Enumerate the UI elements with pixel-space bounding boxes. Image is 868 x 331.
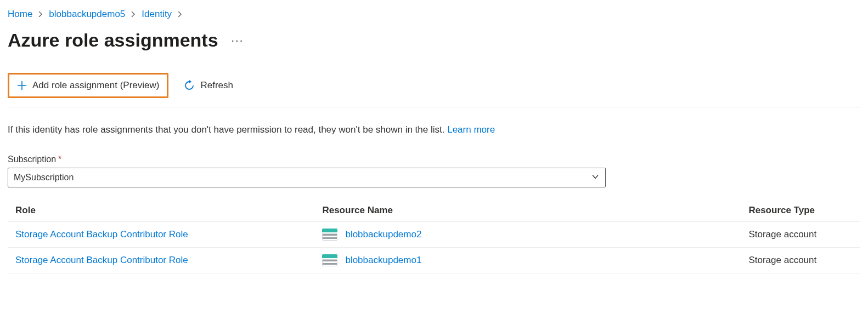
- resource-link[interactable]: blobbackupdemo2: [345, 229, 421, 240]
- toolbar: Add role assignment (Preview) Refresh: [8, 73, 860, 107]
- table-row: Storage Account Backup Contributor Role …: [8, 247, 860, 273]
- resource-type: Storage account: [741, 247, 860, 273]
- role-link[interactable]: Storage Account Backup Contributor Role: [15, 229, 188, 239]
- info-text: If this identity has role assignments th…: [8, 123, 860, 137]
- add-role-assignment-button[interactable]: Add role assignment (Preview): [8, 73, 168, 98]
- page-title-row: Azure role assignments ···: [8, 30, 860, 51]
- info-message: If this identity has role assignments th…: [8, 124, 447, 135]
- plus-icon: [17, 81, 27, 90]
- required-indicator: *: [58, 155, 61, 164]
- add-role-label: Add role assignment (Preview): [32, 80, 159, 91]
- column-header-resource-type[interactable]: Resource Type: [741, 199, 860, 222]
- learn-more-link[interactable]: Learn more: [447, 124, 495, 135]
- table-row: Storage Account Backup Contributor Role …: [8, 221, 860, 247]
- chevron-right-icon: [38, 12, 43, 17]
- breadcrumb-resource[interactable]: blobbackupdemo5: [49, 9, 125, 20]
- role-assignments-table: Role Resource Name Resource Type Storage…: [8, 199, 860, 273]
- refresh-label: Refresh: [200, 80, 233, 91]
- refresh-button[interactable]: Refresh: [177, 76, 240, 95]
- breadcrumb-identity[interactable]: Identity: [142, 9, 172, 20]
- role-link[interactable]: Storage Account Backup Contributor Role: [15, 255, 188, 265]
- subscription-select[interactable]: MySubscription: [8, 168, 606, 187]
- chevron-right-icon: [177, 12, 183, 17]
- storage-account-icon: [322, 254, 337, 266]
- resource-link[interactable]: blobbackupdemo1: [345, 255, 421, 266]
- breadcrumb: Home blobbackupdemo5 Identity: [8, 9, 860, 20]
- subscription-select-wrap: MySubscription: [8, 168, 606, 187]
- column-header-role[interactable]: Role: [8, 199, 314, 222]
- page-title: Azure role assignments: [8, 30, 218, 51]
- subscription-label: Subscription*: [8, 155, 860, 164]
- resource-type: Storage account: [741, 221, 860, 247]
- breadcrumb-home[interactable]: Home: [8, 9, 32, 20]
- chevron-right-icon: [131, 12, 136, 17]
- storage-account-icon: [322, 229, 337, 241]
- column-header-resource-name[interactable]: Resource Name: [314, 199, 741, 222]
- more-actions-button[interactable]: ···: [232, 34, 244, 47]
- refresh-icon: [184, 80, 195, 91]
- subscription-label-text: Subscription: [8, 155, 56, 164]
